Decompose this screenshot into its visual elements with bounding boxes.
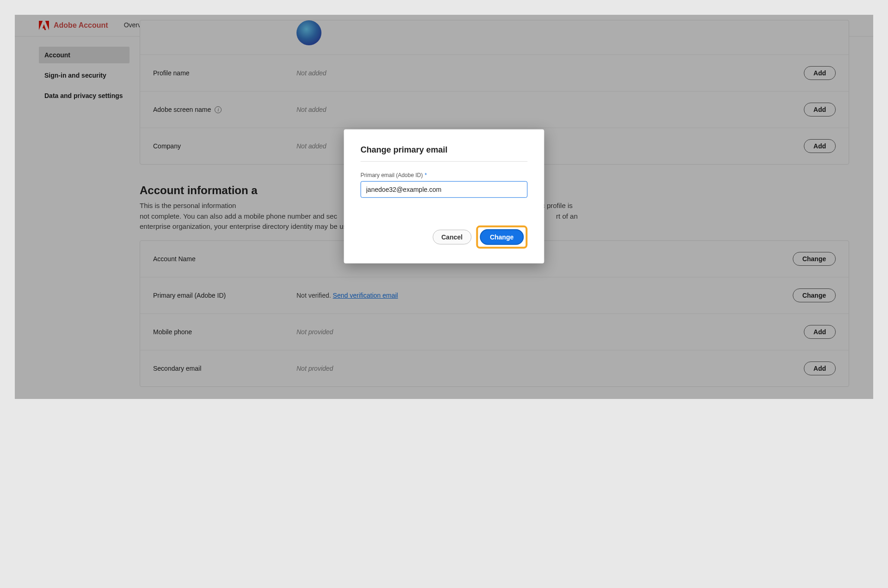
modal-actions: Cancel Change xyxy=(361,225,528,248)
modal-divider xyxy=(361,161,528,161)
cancel-button[interactable]: Cancel xyxy=(432,229,471,244)
field-label: Primary email (Adobe ID) * xyxy=(361,172,528,178)
field-label-text: Primary email (Adobe ID) xyxy=(361,172,423,178)
modal-title: Change primary email xyxy=(361,145,528,154)
change-email-modal: Change primary email Primary email (Adob… xyxy=(344,129,544,263)
highlight-frame: Change xyxy=(476,225,527,248)
app-window: Adobe Account Overview Account and secur… xyxy=(15,15,873,399)
change-button[interactable]: Change xyxy=(480,229,524,245)
required-star-icon: * xyxy=(425,172,427,178)
primary-email-input[interactable] xyxy=(361,181,528,197)
